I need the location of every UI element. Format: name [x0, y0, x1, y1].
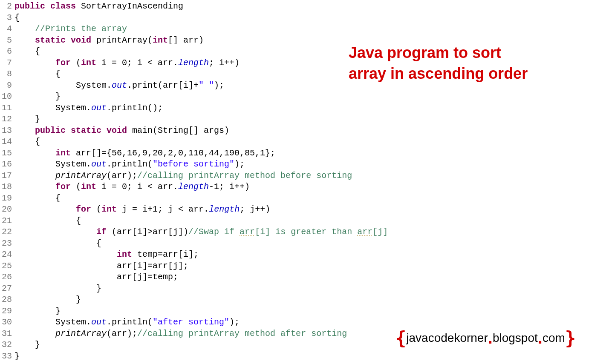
code-token — [14, 204, 76, 214]
code-token: for — [55, 58, 76, 68]
code-token: { — [14, 216, 81, 226]
code-line: int temp=arr[i]; — [14, 249, 609, 261]
code-token: [] arr) — [168, 35, 204, 45]
line-number: 25 — [0, 261, 12, 272]
code-line: } — [14, 294, 609, 306]
code-token: arr[i]=arr[j]; — [14, 261, 188, 271]
watermark-domain: blogspot — [493, 331, 538, 344]
code-token: out — [112, 80, 127, 90]
line-number: 5 — [0, 35, 12, 46]
code-token: } — [14, 351, 20, 361]
code-token: //Prints the array — [35, 24, 127, 34]
line-number: 14 — [0, 136, 12, 148]
line-number: 30 — [0, 317, 12, 328]
code-token: .println( — [107, 317, 153, 327]
code-token: "after sorting" — [153, 317, 229, 327]
code-token: } — [14, 295, 81, 304]
code-line: } — [14, 283, 609, 295]
code-token: out — [91, 159, 107, 169]
code-token — [14, 329, 55, 338]
code-token — [14, 227, 96, 237]
code-token: } — [14, 114, 40, 124]
code-token: length — [178, 58, 209, 68]
code-token: } — [14, 340, 40, 350]
code-line: public static void main(String[] args) — [14, 125, 609, 137]
code-token: ); — [214, 80, 224, 90]
code-line: } — [14, 91, 609, 103]
code-token: printArray — [55, 329, 107, 338]
code-token: ); — [229, 317, 240, 327]
code-token — [14, 58, 55, 68]
line-number: 24 — [0, 249, 12, 261]
code-token: int — [101, 204, 122, 214]
code-token: } — [14, 306, 61, 316]
line-number: 32 — [0, 339, 12, 351]
code-token: arr[]={56,16,9,20,2,0,110,44,190,85,1}; — [76, 148, 275, 158]
code-token: ( — [96, 204, 101, 214]
code-token: System. — [14, 317, 91, 327]
code-token — [14, 35, 35, 45]
line-number: 23 — [0, 238, 12, 249]
code-token: .println(); — [107, 103, 163, 113]
code-line: { — [14, 238, 609, 249]
code-token: out — [91, 103, 107, 113]
code-token: ; j++) — [240, 204, 270, 214]
dot-icon: . — [488, 328, 493, 347]
line-number: 21 — [0, 215, 12, 227]
code-token: (arr); — [107, 171, 137, 181]
code-token: length — [178, 182, 209, 192]
code-token — [14, 182, 55, 192]
code-token: [j] — [372, 227, 388, 237]
code-token: } — [14, 284, 101, 293]
code-token — [14, 148, 55, 158]
code-token: } — [14, 92, 61, 101]
code-token: if — [96, 227, 112, 237]
overlay-title-line2: array in ascending order — [349, 65, 528, 82]
code-token: " " — [199, 80, 214, 90]
code-token: arr — [357, 227, 372, 237]
code-token: //Swap if — [188, 227, 240, 237]
code-token: for — [76, 204, 96, 214]
code-token: [i] is greater than — [255, 227, 357, 237]
code-token — [14, 171, 55, 181]
line-number: 9 — [0, 80, 12, 92]
code-token: out — [91, 317, 107, 327]
code-token: { — [14, 69, 61, 79]
code-token — [14, 24, 35, 34]
line-number: 26 — [0, 272, 12, 283]
code-token: ; i++) — [209, 58, 240, 68]
overlay-title-line1: Java program to sort — [349, 44, 501, 61]
code-token: for — [55, 182, 76, 192]
line-number: 7 — [0, 57, 12, 69]
line-number: 20 — [0, 204, 12, 215]
code-token: { — [14, 46, 40, 56]
line-number: 31 — [0, 328, 12, 340]
line-number: 3 — [0, 12, 12, 24]
code-token: int — [81, 182, 101, 192]
code-token: i = 0; i < arr. — [101, 58, 178, 68]
code-line: System.out.println("after sorting"); — [14, 317, 609, 328]
code-token: public static void — [35, 126, 132, 135]
line-number: 28 — [0, 294, 12, 306]
line-number: 4 — [0, 23, 12, 35]
code-token: static void — [35, 35, 96, 45]
code-token: { — [14, 13, 20, 23]
overlay-watermark: {javacodekorner.blogspot.com} — [395, 328, 576, 349]
line-number: 33 — [0, 351, 12, 362]
code-token: (arr[i]>arr[j]) — [112, 227, 188, 237]
code-line: public class SortArrayInAscending — [14, 1, 609, 12]
code-token: arr — [240, 227, 255, 237]
code-line: { — [14, 215, 609, 227]
code-line: } — [14, 114, 609, 125]
code-token: .print(arr[i]+ — [127, 80, 199, 90]
code-token: int — [117, 249, 137, 259]
code-token: { — [14, 238, 101, 248]
code-token: ( — [76, 182, 81, 192]
watermark-name: javacodekorner — [406, 331, 488, 344]
line-number: 15 — [0, 148, 12, 159]
watermark-tld: com — [543, 331, 565, 344]
code-token: j = i+1; j < arr. — [122, 204, 209, 214]
line-number: 19 — [0, 193, 12, 204]
code-token: main(String[] args) — [132, 126, 229, 135]
code-token: System. — [14, 103, 91, 113]
